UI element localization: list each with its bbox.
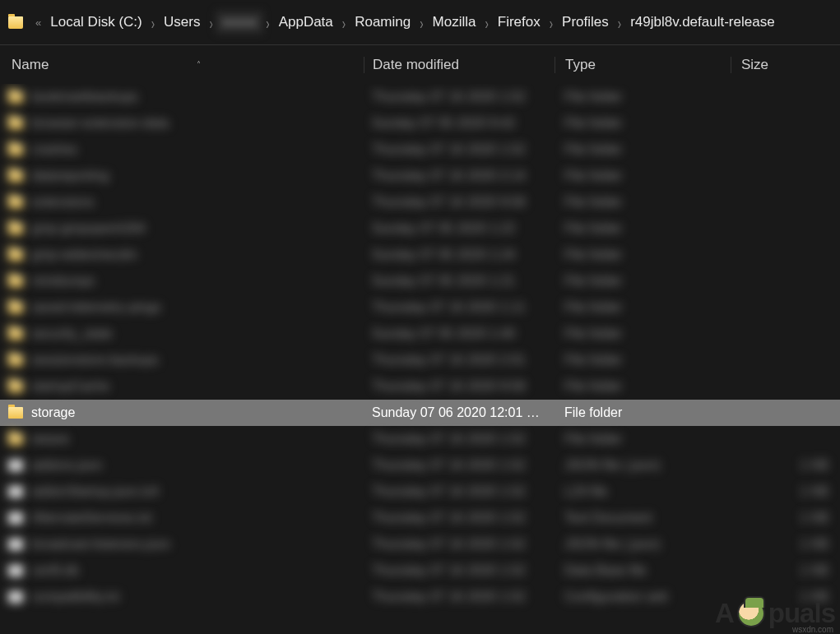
- file-date: Sunday 07 06 2020 12:01 …: [364, 405, 555, 420]
- folder-icon: [8, 275, 23, 287]
- file-row[interactable]: datareportingThursday 07 16 2020 2:14Fil…: [0, 163, 840, 189]
- file-icon: [8, 565, 23, 576]
- file-row[interactable]: cert9.dbThursday 07 16 2020 1:52Data Bas…: [0, 558, 840, 584]
- file-row[interactable]: AlternateServices.txtThursday 07 16 2020…: [0, 505, 840, 531]
- file-date: Thursday 07 16 2020 9:58: [364, 379, 555, 394]
- file-date: Thursday 07 16 2020 1:52: [364, 484, 555, 499]
- file-name: gmp-gmpopenh264: [31, 221, 146, 236]
- file-icon: [8, 460, 23, 471]
- file-type: Text Document: [555, 511, 731, 525]
- file-name: compatibility.ini: [31, 590, 119, 604]
- file-type: File folder: [555, 326, 731, 341]
- column-header-size[interactable]: Size: [731, 57, 840, 73]
- file-date: Thursday 07 16 2020 2:14: [364, 169, 555, 183]
- breadcrumb-item-1[interactable]: Users: [157, 11, 207, 34]
- folder-icon: [8, 170, 23, 182]
- chevron-right-icon[interactable]: ›: [151, 16, 155, 29]
- file-date: Thursday 07 16 2020 1:52: [364, 537, 555, 552]
- folder-icon: [8, 328, 23, 340]
- folder-icon: [8, 197, 23, 208]
- chevron-right-icon[interactable]: ›: [485, 16, 488, 29]
- breadcrumb-item-0[interactable]: Local Disk (C:): [44, 11, 148, 34]
- column-header-type[interactable]: Type: [555, 57, 731, 73]
- file-row[interactable]: saved-telemetry-pingsThursday 07 16 2020…: [0, 294, 840, 321]
- chevron-right-icon[interactable]: ›: [342, 16, 346, 29]
- file-row[interactable]: startupCacheThursday 07 16 2020 9:58File…: [0, 373, 840, 400]
- file-date: Sunday 07 05 2020 1:24: [364, 248, 555, 262]
- file-name: saved-telemetry-pings: [31, 300, 160, 315]
- file-row[interactable]: sessionstore-backupsThursday 07 16 2020 …: [0, 347, 840, 373]
- folder-icon: [8, 223, 23, 234]
- file-date: Sunday 07 05 2020 9:42: [364, 116, 555, 131]
- file-row[interactable]: browser-extension-dataSunday 07 05 2020 …: [0, 110, 840, 137]
- breadcrumb-item-6[interactable]: Firefox: [491, 11, 547, 34]
- folder-icon: [8, 118, 23, 129]
- folder-icon: [8, 433, 23, 445]
- file-size: 1 KB: [731, 511, 840, 525]
- file-row[interactable]: storageSunday 07 06 2020 12:01 …File fol…: [0, 400, 840, 426]
- file-row[interactable]: extensionsThursday 07 16 2020 9:58File f…: [0, 189, 840, 215]
- file-list: bookmarkbackupsThursday 07 16 2020 1:52F…: [0, 84, 840, 627]
- file-row[interactable]: weaveThursday 07 16 2020 1:52File folder: [0, 426, 840, 452]
- file-name: AlternateServices.txt: [31, 511, 152, 525]
- file-date: Thursday 07 16 2020 1:11: [364, 300, 555, 315]
- file-date: Thursday 07 16 2020 1:52: [364, 590, 555, 604]
- file-size: 1 KB: [731, 537, 840, 552]
- file-row[interactable]: gmp-widevinecdmSunday 07 05 2020 1:24Fil…: [0, 242, 840, 268]
- file-icon: [8, 512, 23, 524]
- breadcrumb-item-3[interactable]: AppData: [272, 11, 340, 34]
- sort-ascending-icon: ˄: [197, 60, 201, 69]
- file-size: 1 KB: [731, 563, 840, 578]
- file-date: Sunday 07 05 2020 1:40: [364, 326, 555, 341]
- file-type: JSON file (.json): [555, 537, 731, 552]
- file-date: Thursday 07 16 2020 1:52: [364, 563, 555, 578]
- file-icon: [8, 539, 23, 550]
- file-date: Thursday 07 16 2020 1:52: [364, 458, 555, 473]
- file-row[interactable]: crashesThursday 07 16 2020 1:52File fold…: [0, 137, 840, 163]
- file-row[interactable]: gmp-gmpopenh264Sunday 07 05 2020 1:22Fil…: [0, 215, 840, 242]
- file-name: cert9.db: [31, 563, 79, 578]
- breadcrumb-item-2[interactable]: xxxxx: [216, 11, 264, 34]
- file-type: File folder: [555, 274, 731, 289]
- file-type: File folder: [555, 432, 731, 447]
- breadcrumb-overflow[interactable]: «: [35, 16, 41, 29]
- chevron-right-icon[interactable]: ›: [420, 16, 423, 29]
- breadcrumb-item-8[interactable]: r49jbl8v.default-release: [624, 11, 781, 34]
- file-size: 1 KB: [731, 458, 840, 473]
- file-type: File folder: [555, 300, 731, 315]
- file-name: addons.json: [31, 458, 102, 473]
- chevron-right-icon[interactable]: ›: [550, 16, 553, 29]
- chevron-right-icon[interactable]: ›: [618, 16, 621, 29]
- chevron-right-icon[interactable]: ›: [266, 16, 269, 29]
- column-header-name[interactable]: Name ˄: [0, 57, 364, 73]
- breadcrumb-item-5[interactable]: Mozilla: [426, 11, 483, 34]
- file-type: File folder: [555, 353, 731, 368]
- file-type: LZ4 file: [555, 484, 731, 499]
- file-type: JSON file (.json): [555, 458, 731, 473]
- file-type: File folder: [555, 142, 731, 157]
- file-name: weave: [31, 432, 69, 447]
- file-row[interactable]: addons.jsonThursday 07 16 2020 1:52JSON …: [0, 452, 840, 479]
- file-name: datareporting: [31, 169, 109, 183]
- file-row[interactable]: security_stateSunday 07 05 2020 1:40File…: [0, 321, 840, 347]
- appuals-mascot-icon: [737, 599, 765, 627]
- column-header-name-label: Name: [12, 57, 49, 73]
- file-row[interactable]: addonStartup.json.lz4Thursday 07 16 2020…: [0, 479, 840, 505]
- file-name: sessionstore-backups: [31, 353, 159, 368]
- file-name: gmp-widevinecdm: [31, 248, 137, 262]
- file-row[interactable]: minidumpsSunday 07 05 2020 1:21File fold…: [0, 268, 840, 294]
- folder-icon: [8, 249, 23, 261]
- file-name: extensions: [31, 195, 95, 210]
- file-icon: [8, 486, 23, 497]
- file-type: File folder: [555, 405, 731, 420]
- folder-icon: [8, 354, 23, 366]
- chevron-right-icon[interactable]: ›: [209, 16, 212, 29]
- breadcrumb-item-4[interactable]: Roaming: [348, 11, 417, 34]
- column-header-date[interactable]: Date modified: [364, 57, 555, 73]
- file-name: crashes: [31, 142, 77, 157]
- file-name: security_state: [31, 326, 113, 341]
- file-row[interactable]: bookmarkbackupsThursday 07 16 2020 1:52F…: [0, 84, 840, 110]
- file-row[interactable]: compatibility.iniThursday 07 16 2020 1:5…: [0, 584, 840, 610]
- breadcrumb-item-7[interactable]: Profiles: [555, 11, 615, 34]
- file-row[interactable]: broadcast-listeners.jsonThursday 07 16 2…: [0, 531, 840, 558]
